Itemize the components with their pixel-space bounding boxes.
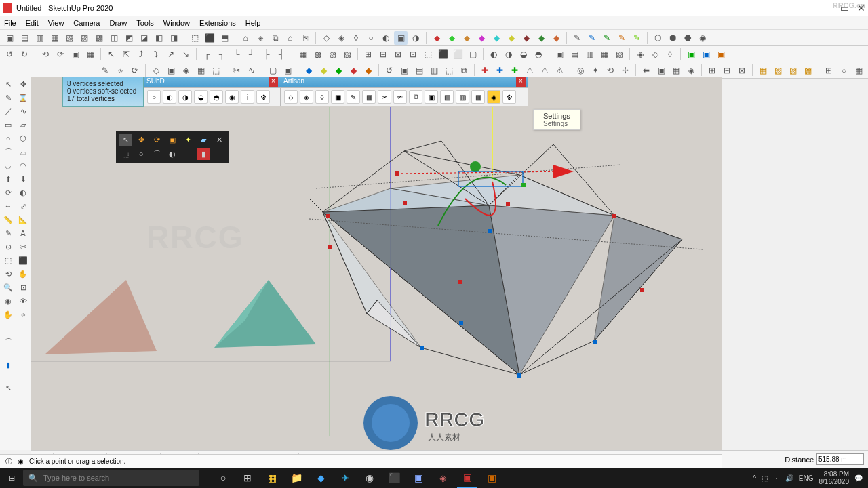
tool-icon[interactable]: ✎	[615, 31, 629, 45]
tool-icon[interactable]: ⬛	[16, 254, 30, 266]
tool-icon[interactable]: ⊞	[705, 64, 719, 77]
arc-tool-icon[interactable]: ⌒	[1, 146, 15, 158]
tool-icon[interactable]: ⬡	[16, 132, 30, 144]
language-indicator[interactable]: ENG	[799, 474, 814, 482]
line-tool-icon[interactable]: ／	[1, 105, 15, 117]
tool-icon[interactable]: ◡	[1, 159, 15, 171]
tool-icon[interactable]: ⬛	[436, 47, 450, 61]
tool-icon[interactable]: ▦	[669, 64, 683, 77]
tool-icon[interactable]: ▢	[466, 47, 479, 61]
tool-icon[interactable]: ✎	[1, 92, 15, 104]
tool-icon[interactable]: ◆	[445, 31, 458, 45]
tool-icon[interactable]: ✚	[493, 64, 507, 77]
chrome-icon[interactable]: ◉	[359, 468, 380, 488]
tool-icon[interactable]: ◆	[460, 31, 473, 45]
tool-icon[interactable]: A	[16, 227, 30, 239]
tool-icon[interactable]: ◈	[179, 64, 193, 77]
tool-icon[interactable]: ✚	[478, 64, 492, 77]
tool-icon[interactable]: ▥	[583, 47, 596, 61]
tool-icon[interactable]: ⎘	[298, 31, 312, 45]
tool-icon[interactable]: ⌂	[283, 31, 297, 45]
tool-icon[interactable]: ✎	[570, 31, 584, 45]
tool-icon[interactable]: ⟐	[16, 308, 30, 321]
sketchup-icon[interactable]: ▣	[457, 468, 477, 488]
tool-icon[interactable]: ▢	[266, 64, 279, 77]
tool-icon[interactable]: ✂	[230, 64, 243, 77]
tool-icon[interactable]: ▤	[412, 64, 426, 77]
menu-tools[interactable]: Tools	[136, 19, 154, 27]
tool-icon[interactable]: ◉	[1, 295, 15, 307]
tool-icon[interactable]: ▤	[568, 47, 581, 61]
tool-icon[interactable]: ◇	[149, 64, 163, 77]
tool-icon[interactable]: ⚠	[553, 64, 566, 77]
tool-icon[interactable]: ✎	[1, 227, 15, 239]
tool-icon[interactable]: ◓	[532, 47, 545, 61]
notifications-icon[interactable]: 💬	[854, 474, 863, 482]
tool-icon[interactable]: ◈	[633, 47, 647, 61]
tool-icon[interactable]: ⧉	[457, 64, 471, 77]
tool-icon[interactable]: ⟲	[604, 64, 617, 77]
tool-icon[interactable]: ▣	[397, 64, 411, 77]
tool-icon[interactable]: ⬜	[451, 47, 465, 61]
tool-icon[interactable]: ▨	[340, 47, 354, 61]
menu-edit[interactable]: Edit	[26, 19, 39, 27]
tool-icon[interactable]: ▣	[714, 47, 728, 61]
tool-icon[interactable]: ▧	[612, 47, 626, 61]
app-icon[interactable]: ▣	[408, 468, 429, 488]
tool-icon[interactable]: ▤	[18, 31, 31, 45]
tool-icon[interactable]: ⟳	[128, 64, 142, 77]
app-icon[interactable]: ◈	[433, 468, 453, 488]
wifi-icon[interactable]: ⋰	[773, 474, 780, 482]
explorer-icon[interactable]: 📁	[286, 468, 307, 488]
tool-icon[interactable]: ↖	[104, 47, 118, 61]
menu-camera[interactable]: Camera	[73, 19, 100, 27]
tool-icon[interactable]: ∿	[16, 105, 30, 117]
tool-icon[interactable]: ◆	[332, 64, 345, 77]
tool-icon[interactable]: ⌓	[16, 146, 30, 158]
tool-icon[interactable]: ⬢	[666, 31, 679, 45]
tool-icon[interactable]: ⤵	[149, 47, 163, 61]
tool-icon[interactable]: ⌂	[239, 31, 252, 45]
tool-icon[interactable]: ↗	[164, 47, 178, 61]
tool-icon[interactable]: ▣	[684, 47, 698, 61]
app-icon[interactable]: ▣	[481, 468, 502, 488]
clock[interactable]: 8:08 PM 8/16/2020	[819, 470, 850, 485]
tool-icon[interactable]: ↖	[1, 382, 15, 394]
tool-icon[interactable]: ⊡	[16, 281, 30, 293]
tool-icon[interactable]: ↻	[18, 47, 31, 61]
tool-icon[interactable]: ⤴	[134, 47, 148, 61]
tool-icon[interactable]: ◊	[349, 31, 363, 45]
tool-icon[interactable]: ✎	[600, 31, 614, 45]
tool-icon[interactable]: ┘	[245, 47, 258, 61]
taskview-icon[interactable]: ⊞	[237, 468, 258, 488]
tool-icon[interactable]: ⬚	[209, 64, 222, 77]
tool-icon[interactable]: ⬚	[442, 64, 456, 77]
telegram-icon[interactable]: ✈	[335, 468, 355, 488]
start-button[interactable]: ⊞	[0, 468, 23, 488]
tool-icon[interactable]: ◊	[663, 47, 677, 61]
tool-icon[interactable]: ▧	[326, 47, 339, 61]
tool-icon[interactable]: ◐	[16, 186, 30, 199]
menu-draw[interactable]: Draw	[109, 19, 127, 27]
tool-icon[interactable]: ↘	[179, 47, 193, 61]
tool-icon[interactable]: ○	[364, 31, 378, 45]
tool-icon[interactable]: ◪	[137, 31, 151, 45]
tool-icon[interactable]: ▣	[553, 47, 566, 61]
menu-help[interactable]: Help	[245, 19, 261, 27]
tool-icon[interactable]: ⌛	[16, 92, 30, 104]
tool-icon[interactable]: ▥	[427, 64, 441, 77]
rect-tool-icon[interactable]: ▭	[1, 119, 15, 131]
zoom-tool-icon[interactable]: 🔍	[1, 281, 15, 293]
tool-icon[interactable]: ⟳	[1, 186, 15, 199]
tool-icon[interactable]: ✎	[630, 31, 644, 45]
tool-icon[interactable]: ◎	[574, 64, 587, 77]
tool-icon[interactable]: ◐	[487, 47, 500, 61]
tool-icon[interactable]: ⟳	[54, 47, 67, 61]
tool-icon[interactable]: ◆	[361, 64, 375, 77]
tool-icon[interactable]: ⇱	[119, 47, 133, 61]
tool-icon[interactable]: ∿	[245, 64, 258, 77]
push-pull-icon[interactable]: ⬆	[1, 173, 15, 185]
circle-tool-icon[interactable]: ○	[1, 132, 15, 144]
tool-icon[interactable]: ✂	[16, 241, 30, 253]
tool-icon[interactable]: ⬣	[681, 31, 694, 45]
